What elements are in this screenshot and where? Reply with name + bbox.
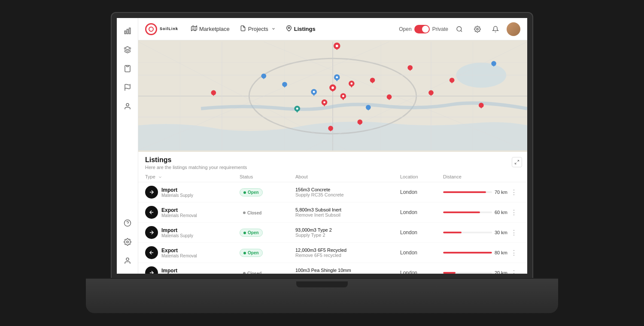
- about-cell: 100m3 Pea Shingle 10mm Supply Pea Shingl…: [295, 268, 400, 274]
- listings-title: Listings: [145, 156, 520, 164]
- sidebar: [117, 18, 138, 274]
- location-cell: London: [400, 189, 443, 195]
- svg-point-6: [126, 103, 129, 106]
- svg-rect-0: [125, 31, 126, 34]
- status-dot: [243, 252, 246, 254]
- svg-point-43: [342, 95, 344, 97]
- about-cell: 12,000m3 6F5 Recycled Remove 6F5 recycle…: [295, 248, 400, 258]
- notifications-button[interactable]: [489, 22, 502, 36]
- nav-marketplace-label: Marketplace: [199, 26, 230, 32]
- sidebar-item-profile[interactable]: [120, 253, 135, 269]
- map-container[interactable]: [138, 40, 527, 152]
- listings-header: Listings Here are the listings matching …: [138, 152, 527, 172]
- location-cell: London: [400, 270, 443, 274]
- type-sublabel: Materials Supply: [161, 233, 193, 238]
- logo: SoilLink: [145, 23, 178, 35]
- distance-bar-bg: [443, 252, 492, 254]
- sidebar-item-chart[interactable]: [120, 23, 135, 39]
- svg-rect-4: [126, 66, 128, 67]
- nav-projects-label: Projects: [248, 26, 268, 32]
- distance-bar-bg: [443, 232, 492, 233]
- sidebar-item-user[interactable]: [120, 99, 135, 114]
- map-icon: [191, 25, 197, 33]
- distance-label: 30 km: [495, 230, 507, 235]
- svg-point-10: [126, 258, 129, 260]
- nav-marketplace[interactable]: Marketplace: [187, 23, 234, 35]
- distance-cell: 60 km: [443, 210, 507, 215]
- avatar[interactable]: [507, 22, 520, 36]
- open-private-toggle[interactable]: [414, 25, 430, 33]
- about-sub: Remove 6F5 recycled: [295, 253, 400, 258]
- sidebar-item-layers[interactable]: [120, 42, 135, 57]
- table-row[interactable]: Import Materials Supply Open 93,000m3 Ty…: [138, 223, 527, 243]
- type-cell: Export Materials Removal: [145, 246, 240, 259]
- table-row[interactable]: Import Materials Supply Open 156m3 Concr…: [138, 182, 527, 202]
- toggle-open-label: Open: [399, 26, 411, 32]
- about-sub: Supply Type 2: [295, 232, 400, 238]
- table-row[interactable]: Export Materials Removal Open 12,000m3 6…: [138, 243, 527, 263]
- table-row[interactable]: Export Materials Removal Closed 5,800m3 …: [138, 202, 527, 223]
- svg-point-15: [288, 27, 290, 29]
- sidebar-item-settings[interactable]: [120, 234, 135, 250]
- status-cell: Closed: [240, 208, 295, 217]
- about-sub: Supply Pea Shingle: [295, 273, 400, 274]
- sidebar-item-flag[interactable]: [120, 80, 135, 95]
- svg-line-89: [515, 163, 517, 164]
- col-status: Status: [240, 174, 295, 179]
- sidebar-item-help[interactable]: [120, 215, 135, 231]
- app: SoilLink Marketplace: [117, 18, 527, 274]
- distance-label: 20 km: [495, 270, 507, 274]
- distance-bar-fill: [443, 211, 480, 213]
- type-cell: Import Materials Supply: [145, 186, 240, 199]
- distance-bar-fill: [443, 232, 462, 233]
- sidebar-bottom: [120, 215, 135, 269]
- nav-projects[interactable]: Projects: [236, 23, 280, 35]
- svg-rect-2: [129, 28, 130, 34]
- settings-button[interactable]: [471, 22, 484, 36]
- status-badge: Open: [240, 229, 263, 237]
- header-right: Open Private: [399, 22, 520, 36]
- distance-bar-fill: [443, 272, 456, 274]
- search-button[interactable]: [453, 22, 466, 36]
- type-sublabel: Materials Removal: [161, 213, 197, 218]
- laptop-notch: [296, 281, 348, 287]
- more-options-button[interactable]: ⋮: [507, 269, 520, 274]
- table-row[interactable]: Import Materials Supply Closed 100m3 Pea…: [138, 263, 527, 274]
- status-cell: Open: [240, 228, 295, 237]
- more-options-button[interactable]: ⋮: [507, 188, 520, 196]
- status-dot: [243, 211, 246, 214]
- more-options-button[interactable]: ⋮: [507, 229, 520, 237]
- svg-point-58: [296, 108, 298, 110]
- type-label: Export: [161, 207, 197, 213]
- more-options-button[interactable]: ⋮: [507, 249, 520, 257]
- sidebar-item-clipboard[interactable]: [120, 61, 135, 76]
- doc-icon: [240, 25, 246, 33]
- status-dot: [243, 191, 246, 194]
- type-label: Import: [161, 187, 193, 193]
- type-icon: [145, 186, 158, 199]
- distance-cell: 20 km: [443, 270, 507, 274]
- map-background: [138, 40, 527, 152]
- type-label: Import: [161, 227, 193, 233]
- type-icon: [145, 246, 158, 259]
- status-cell: Closed: [240, 269, 295, 274]
- toggle-private-label: Private: [432, 26, 448, 32]
- type-sublabel: Materials Removal: [161, 254, 197, 258]
- more-options-button[interactable]: ⋮: [507, 208, 520, 217]
- svg-point-18: [477, 28, 478, 30]
- status-dot: [243, 272, 246, 274]
- table-body: Import Materials Supply Open 156m3 Concr…: [138, 182, 527, 274]
- expand-button[interactable]: [512, 157, 522, 167]
- toggle-group: Open Private: [399, 25, 448, 33]
- distance-label: 60 km: [495, 210, 507, 215]
- search-icon: [456, 26, 463, 33]
- nav-listings[interactable]: Listings: [282, 23, 320, 35]
- svg-point-40: [331, 87, 334, 89]
- laptop-screen: SoilLink Marketplace: [112, 13, 532, 279]
- type-icon: [145, 206, 158, 219]
- nav-listings-label: Listings: [294, 26, 316, 32]
- svg-marker-3: [124, 47, 131, 50]
- type-cell: Import Materials Supply: [145, 266, 240, 274]
- svg-point-16: [457, 27, 462, 31]
- chevron-down-icon: [271, 26, 276, 32]
